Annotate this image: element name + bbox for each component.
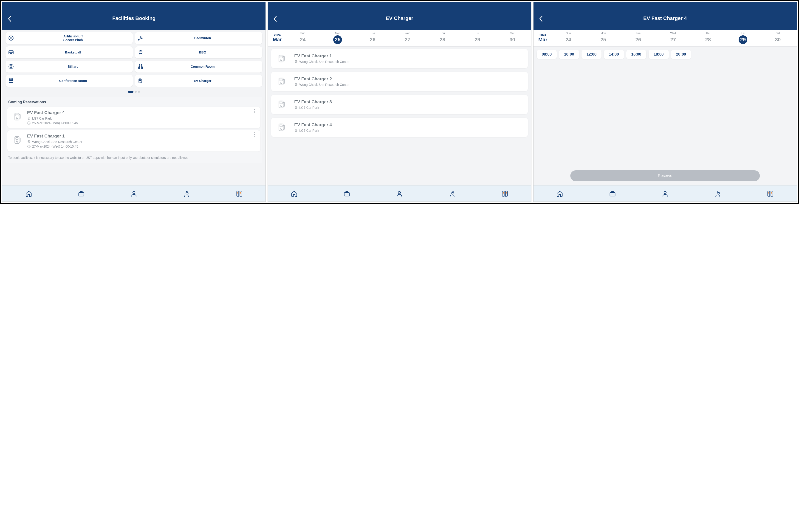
reservation-location: LG7 Car Park bbox=[27, 117, 257, 120]
day-number: 28 bbox=[438, 35, 447, 44]
timeslot-button[interactable]: 08:00 bbox=[537, 50, 557, 59]
home-icon bbox=[556, 190, 563, 197]
timeslot-button[interactable]: 10:00 bbox=[559, 50, 579, 59]
dow-label: Fri bbox=[460, 32, 495, 35]
date-day[interactable]: Tue 26 bbox=[355, 32, 390, 44]
billiard-icon: 8 bbox=[8, 63, 14, 70]
svg-point-26 bbox=[296, 61, 297, 62]
facility-bbq[interactable]: BBQ bbox=[135, 46, 262, 58]
nav-flame[interactable] bbox=[182, 189, 191, 198]
back-button[interactable] bbox=[8, 16, 12, 22]
svg-rect-11 bbox=[9, 80, 13, 83]
timeslot-button[interactable]: 14:00 bbox=[604, 50, 624, 59]
facility-conference[interactable]: Conference Room bbox=[5, 75, 133, 87]
evcharger-icon bbox=[137, 78, 144, 84]
svg-rect-13 bbox=[140, 79, 141, 80]
day-number: 29 bbox=[473, 35, 482, 44]
book-icon bbox=[501, 190, 508, 197]
nav-book[interactable] bbox=[235, 189, 244, 198]
day-number: 25 bbox=[599, 35, 608, 44]
charger-card[interactable]: EV Fast Charger 1 Wong Check She Researc… bbox=[271, 49, 528, 68]
date-day[interactable]: Sun 24 bbox=[551, 32, 586, 44]
screen-facilities-booking: Facilities Booking Artificial-turfSoccer… bbox=[2, 2, 266, 202]
more-menu-button[interactable]: ⋮ bbox=[252, 134, 257, 136]
dow-label: Sun bbox=[285, 32, 320, 35]
facility-evcharger[interactable]: EV Charger bbox=[135, 75, 262, 87]
facility-soccer[interactable]: Artificial-turfSoccer Pitch bbox=[5, 32, 133, 44]
date-days: Sun 24Mon 25Tue 26Wed 27Thu 28Fri 29Sat … bbox=[285, 32, 529, 44]
date-day[interactable]: Sun 24 bbox=[285, 32, 320, 44]
nav-briefcase[interactable] bbox=[342, 189, 351, 198]
timeslot-button[interactable]: 16:00 bbox=[626, 50, 646, 59]
pager-dot[interactable] bbox=[128, 91, 133, 93]
ev-charger-icon bbox=[275, 100, 290, 109]
nav-briefcase[interactable] bbox=[608, 189, 617, 198]
charger-card[interactable]: EV Fast Charger 2 Wong Check She Researc… bbox=[271, 72, 528, 91]
charger-card[interactable]: EV Fast Charger 4 LG7 Car Park bbox=[271, 118, 528, 137]
charger-name: EV Fast Charger 4 bbox=[294, 122, 332, 127]
date-day[interactable]: Thu 28 bbox=[691, 32, 725, 44]
facility-commonroom[interactable]: Common Room bbox=[135, 61, 262, 73]
charger-card[interactable]: EV Fast Charger 3 LG7 Car Park bbox=[271, 95, 528, 114]
nav-profile[interactable] bbox=[130, 189, 138, 198]
pager-dot[interactable] bbox=[135, 91, 137, 93]
date-day[interactable]: Wed 27 bbox=[656, 32, 691, 44]
briefcase-icon bbox=[343, 190, 350, 197]
date-day[interactable]: Fri 29 bbox=[460, 32, 495, 44]
nav-book[interactable] bbox=[500, 189, 509, 198]
date-day[interactable]: Mon 25 bbox=[586, 32, 621, 44]
year-label: 2024 bbox=[269, 33, 285, 37]
back-button[interactable] bbox=[539, 16, 543, 22]
date-day[interactable]: Tue 26 bbox=[621, 32, 656, 44]
facility-label: Artificial-turfSoccer Pitch bbox=[16, 34, 130, 42]
back-button[interactable] bbox=[273, 16, 277, 22]
nav-flame[interactable] bbox=[713, 189, 722, 198]
nav-briefcase[interactable] bbox=[77, 189, 86, 198]
badminton-icon bbox=[137, 35, 144, 41]
date-day[interactable]: Fri 29 bbox=[725, 32, 760, 44]
date-days: Sun 24Mon 25Tue 26Wed 27Thu 28Fri 29Sat … bbox=[551, 32, 795, 44]
reserve-button[interactable]: Reserve bbox=[570, 170, 760, 181]
nav-flame[interactable] bbox=[448, 189, 457, 198]
date-day[interactable]: Sat 30 bbox=[495, 32, 530, 44]
reservation-card[interactable]: EV Fast Charger 4 LG7 Car Park 25-Mar-20… bbox=[7, 107, 260, 128]
date-day[interactable]: Thu 28 bbox=[425, 32, 460, 44]
nav-home[interactable] bbox=[555, 189, 564, 198]
svg-point-7 bbox=[141, 64, 142, 65]
nav-profile[interactable] bbox=[395, 189, 404, 198]
nav-home[interactable] bbox=[290, 189, 299, 198]
conference-icon bbox=[8, 78, 14, 84]
dow-label: Thu bbox=[425, 32, 460, 35]
timeslot-button[interactable]: 20:00 bbox=[671, 50, 691, 59]
pager-dot[interactable] bbox=[138, 91, 140, 93]
nav-profile[interactable] bbox=[661, 189, 669, 198]
header: EV Fast Charger 4 bbox=[534, 2, 797, 30]
home-icon bbox=[291, 190, 298, 197]
reservation-card[interactable]: EV Fast Charger 1 Wong Check She Researc… bbox=[7, 130, 260, 151]
briefcase-icon bbox=[78, 190, 85, 197]
screen-timeslot: EV Fast Charger 4 2024 Mar Sun 24Mon 25T… bbox=[533, 2, 797, 202]
timeslot-button[interactable]: 18:00 bbox=[649, 50, 669, 59]
nav-book[interactable] bbox=[766, 189, 775, 198]
dow-label: Mon bbox=[586, 32, 621, 35]
timeslot-button[interactable]: 12:00 bbox=[581, 50, 601, 59]
day-number: 27 bbox=[669, 35, 677, 44]
svg-rect-31 bbox=[280, 102, 282, 104]
facility-badminton[interactable]: Badminton bbox=[135, 32, 262, 44]
date-day[interactable]: Mon 25 bbox=[320, 32, 355, 44]
reservation-time: 27-Mar-2024 (Wed) 14:00-15:45 bbox=[27, 145, 257, 148]
chevron-left-icon bbox=[273, 16, 277, 22]
nav-home[interactable] bbox=[24, 189, 33, 198]
facility-billiard[interactable]: 8 Billiard bbox=[5, 61, 133, 73]
facility-basketball[interactable]: Basketball bbox=[5, 46, 133, 58]
facility-label: Conference Room bbox=[16, 79, 130, 83]
dow-label: Sun bbox=[551, 32, 586, 35]
reservation-name: EV Fast Charger 1 bbox=[27, 134, 257, 139]
reservation-time: 25-Mar-2024 (Mon) 14:00-15:45 bbox=[27, 121, 257, 125]
more-menu-button[interactable]: ⋮ bbox=[252, 110, 257, 112]
date-day[interactable]: Wed 27 bbox=[390, 32, 425, 44]
day-number: 29 bbox=[739, 35, 747, 44]
date-day[interactable]: Sat 30 bbox=[760, 32, 795, 44]
date-strip: 2024 Mar Sun 24Mon 25Tue 26Wed 27Thu 28F… bbox=[268, 30, 531, 46]
home-icon bbox=[25, 190, 32, 197]
